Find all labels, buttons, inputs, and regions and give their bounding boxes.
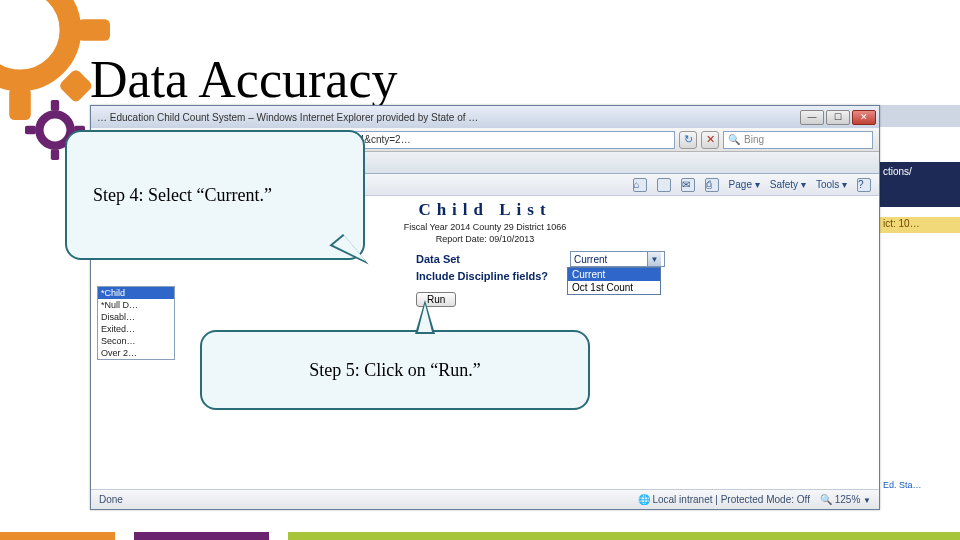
dataset-combo-value: Current [574,254,607,265]
list-item[interactable]: Secon… [98,335,174,347]
safety-menu[interactable]: Safety ▾ [770,179,806,190]
list-item[interactable]: Disabl… [98,311,174,323]
print-icon[interactable]: ⎙ [705,178,719,192]
maximize-button[interactable]: ☐ [826,110,850,125]
svg-rect-4 [78,19,110,41]
stop-button[interactable]: ✕ [701,131,719,149]
label-dataset: Data Set [416,253,566,265]
status-bar: Done 🌐 Local intranet | Protected Mode: … [91,489,879,509]
search-placeholder: Bing [744,134,764,145]
svg-rect-10 [51,100,59,111]
minimize-button[interactable]: — [800,110,824,125]
svg-rect-12 [25,126,36,134]
svg-rect-2 [9,88,31,120]
callout-step4-text: Step 4: Select “Current.” [93,185,272,206]
refresh-button[interactable]: ↻ [679,131,697,149]
dataset-combo[interactable]: Current ▼ [570,251,665,267]
list-item[interactable]: *Child [98,287,174,299]
window-titlebar: … Education Child Count System – Windows… [91,106,879,128]
chevron-down-icon: ▼ [863,496,871,505]
help-icon[interactable]: ? [857,178,871,192]
globe-icon: 🌐 [638,494,650,505]
background-window: ctions/ ict: 10… Ed. Sta… [880,105,960,510]
dataset-dropdown[interactable]: Current Oct 1st Count [567,267,661,295]
close-button[interactable]: ✕ [852,110,876,125]
zoom-icon: 🔍 [820,494,832,505]
feeds-icon[interactable] [657,178,671,192]
slide-title: Data Accuracy [90,50,397,109]
label-discipline: Include Discipline fields? [416,270,566,282]
callout-step4: Step 4: Select “Current.” [65,130,365,260]
slide-accent-bar [0,532,960,540]
bg-nav-fragment: ctions/ [883,166,912,177]
list-item[interactable]: Exited… [98,323,174,335]
list-item[interactable]: Over 2… [98,347,174,359]
svg-rect-11 [51,149,59,160]
bg-bottom-fragment: Ed. Sta… [883,480,922,490]
tools-menu[interactable]: Tools ▾ [816,179,847,190]
status-left: Done [99,494,123,505]
dropdown-option[interactable]: Oct 1st Count [568,281,660,294]
callout-step5-pointer [415,300,435,334]
svg-point-0 [0,0,70,80]
chevron-down-icon: ▼ [647,252,661,266]
window-title-text: … Education Child Count System – Windows… [97,112,478,123]
callout-step5-text: Step 5: Click on “Run.” [309,360,480,381]
status-zone: 🌐 Local intranet | Protected Mode: Off [638,494,810,505]
mail-icon[interactable]: ✉ [681,178,695,192]
dropdown-option[interactable]: Current [568,268,660,281]
list-item[interactable]: *Null D… [98,299,174,311]
report-listbox[interactable]: *Child *Null D… Disabl… Exited… Secon… O… [97,286,175,360]
svg-rect-8 [58,68,94,104]
page-menu[interactable]: Page ▾ [729,179,760,190]
search-field[interactable]: 🔍 Bing [723,131,873,149]
callout-step5: Step 5: Click on “Run.” [200,330,590,410]
bg-yellow-fragment: ict: 10… [883,218,920,229]
zoom-level[interactable]: 🔍 125% ▼ [820,494,871,505]
home-icon[interactable]: ⌂ [633,178,647,192]
